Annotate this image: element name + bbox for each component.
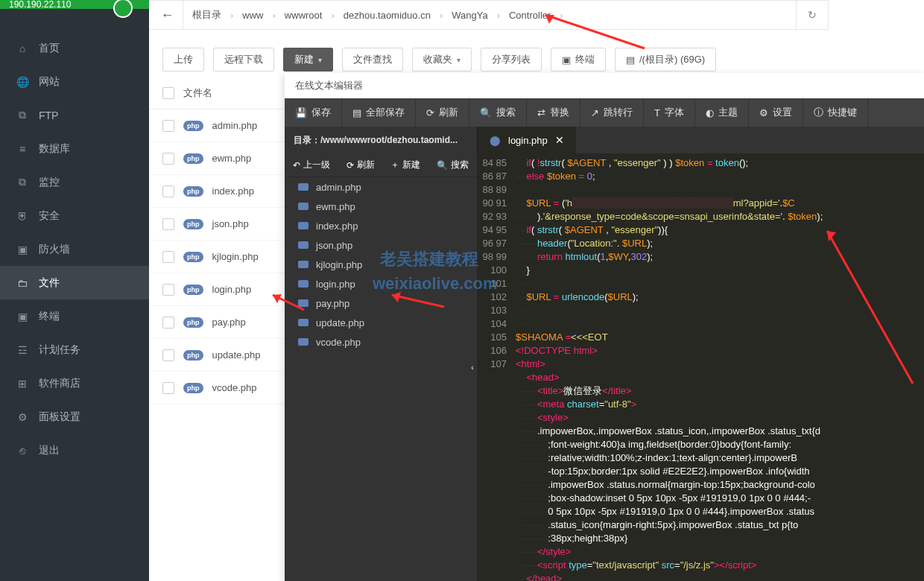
php-icon (298, 183, 308, 191)
shortcut-button[interactable]: ⓘ快捷键 (803, 98, 868, 127)
file-list: 文件名 phpadmin.phpphpewm.phpphpindex.phpph… (149, 77, 285, 581)
sidebar-item-database[interactable]: ≡数据库 (0, 132, 149, 165)
editor-tab-login[interactable]: ⬤ login.php ✕ (477, 127, 576, 153)
file-name: json.php (212, 218, 249, 229)
code-area[interactable]: ‹ 84 85 86 87 88 89 90 91 92 93 94 95 96… (477, 153, 924, 581)
sidebar-item-globe[interactable]: 🌐网站 (0, 65, 149, 98)
gear-icon: ⚙ (759, 107, 768, 118)
sidebar-item-terminal[interactable]: ▣终端 (0, 299, 149, 333)
sidebar-item-label: 数据库 (39, 142, 70, 156)
tree-item[interactable]: index.php (285, 216, 477, 235)
row-checkbox[interactable] (162, 349, 174, 361)
refresh-button[interactable]: ↻ (796, 0, 829, 30)
font-icon: T (654, 107, 660, 118)
tree-search-button[interactable]: 🔍 搜索 (437, 159, 469, 171)
row-checkbox[interactable] (162, 120, 174, 132)
breadcrumb-segment[interactable]: wwwroot (276, 10, 332, 21)
php-icon (298, 222, 308, 229)
search-icon: 🔍 (480, 107, 492, 118)
find-file-button[interactable]: 文件查找 (342, 48, 403, 72)
row-checkbox[interactable] (162, 153, 174, 165)
tree-item[interactable]: vcode.php (285, 332, 477, 352)
php-icon: php (183, 219, 203, 229)
breadcrumb-segment[interactable]: WangYa (443, 10, 496, 21)
save-button[interactable]: 💾保存 (285, 98, 342, 127)
php-icon: php (183, 383, 203, 393)
tree-item[interactable]: update.php (285, 313, 477, 332)
editor-title: 在线文本编辑器 (285, 73, 924, 98)
breadcrumb-segment[interactable]: dezhou.taomiduo.cn (335, 10, 440, 21)
font-button[interactable]: T字体 (644, 98, 695, 127)
select-all-checkbox[interactable] (162, 87, 174, 99)
theme-button[interactable]: ◐主题 (695, 98, 749, 127)
file-row[interactable]: phpewm.php (149, 142, 285, 175)
database-icon: ≡ (16, 143, 28, 155)
tree-item[interactable]: pay.php (285, 293, 477, 313)
sidebar-item-folder[interactable]: 🗀文件 (0, 266, 149, 299)
terminal-icon: ▣ (562, 54, 571, 66)
row-checkbox[interactable] (162, 185, 174, 197)
sidebar-item-home[interactable]: ⌂首页 (0, 31, 149, 65)
file-row[interactable]: phpupdate.php (149, 339, 285, 372)
upload-button[interactable]: 上传 (162, 48, 204, 72)
row-checkbox[interactable] (162, 284, 174, 296)
file-row[interactable]: phpvcode.php (149, 372, 285, 404)
back-button[interactable]: ← (152, 1, 183, 29)
tree-item[interactable]: login.php (285, 274, 477, 293)
sidebar-item-apps[interactable]: ⊞软件商店 (0, 366, 149, 400)
terminal-button[interactable]: ▣终端 (551, 48, 606, 72)
refresh-button[interactable]: ⟳刷新 (416, 98, 469, 127)
sidebar-item-settings[interactable]: ⚙面板设置 (0, 400, 149, 434)
php-icon: php (183, 252, 203, 262)
goto-button[interactable]: ↗跳转行 (580, 98, 644, 127)
file-row[interactable]: phplogin.php (149, 273, 285, 306)
breadcrumb-segment[interactable]: 根目录 (183, 8, 230, 22)
new-button[interactable]: 新建▾ (283, 48, 333, 72)
row-checkbox[interactable] (162, 218, 174, 230)
share-list-button[interactable]: 分享列表 (481, 48, 542, 72)
sidebar-item-shield[interactable]: ⛨安全 (0, 199, 149, 232)
line-gutter: 84 85 86 87 88 89 90 91 92 93 94 95 96 9… (477, 153, 516, 581)
disk-button[interactable]: ▤/(根目录) (69G) (615, 48, 716, 72)
file-row[interactable]: phpkjlogin.php (149, 241, 285, 273)
terminal-icon: ▣ (16, 311, 28, 323)
remote-download-button[interactable]: 远程下载 (213, 48, 274, 72)
tree-up-button[interactable]: ↶ 上一级 (293, 159, 330, 171)
tree-item[interactable]: admin.php (285, 177, 477, 197)
sidebar-item-logout[interactable]: ⎋退出 (0, 434, 149, 467)
file-row[interactable]: phppay.php (149, 306, 285, 339)
row-checkbox[interactable] (162, 317, 174, 328)
row-checkbox[interactable] (162, 382, 174, 394)
search-button[interactable]: 🔍搜索 (469, 98, 527, 127)
tree-item-label: update.php (316, 317, 364, 328)
sidebar-item-firewall[interactable]: ▣防火墙 (0, 232, 149, 266)
tree-refresh-button[interactable]: ⟳ 刷新 (346, 159, 375, 171)
tree-item-label: kjlogin.php (316, 259, 362, 270)
saveall-button[interactable]: ▤全部保存 (342, 98, 416, 127)
replace-button[interactable]: ⇄替换 (527, 98, 580, 127)
collapse-handle[interactable]: ‹ (468, 354, 477, 381)
file-row[interactable]: phpadmin.php (149, 109, 285, 142)
sidebar-item-label: 监控 (39, 176, 60, 189)
settings-button[interactable]: ⚙设置 (749, 98, 803, 127)
tree-item[interactable]: kjlogin.php (285, 255, 477, 274)
file-row[interactable]: phpjson.php (149, 208, 285, 241)
code-body[interactable]: ····if( !strstr( $AGENT , "essenger" ) )… (516, 153, 924, 581)
sidebar-item-ftp[interactable]: ⧉FTP (0, 98, 149, 132)
favorites-button[interactable]: 收藏夹▾ (412, 48, 472, 72)
toolbar: 上传 远程下载 新建▾ 文件查找 收藏夹▾ 分享列表 ▣终端 ▤/(根目录) (… (149, 42, 924, 77)
file-row[interactable]: phpindex.php (149, 175, 285, 208)
editor-tabbar: 目录：/www/wwwroot/dezhou.taomid... ⬤ login… (285, 127, 924, 153)
tree-item[interactable]: json.php (285, 235, 477, 255)
tab-label: login.php (508, 135, 548, 146)
breadcrumb-segment[interactable]: www (233, 10, 272, 21)
sidebar-item-schedule[interactable]: ☲计划任务 (0, 333, 149, 366)
close-icon[interactable]: ✕ (555, 134, 564, 146)
breadcrumb-segment[interactable]: Controller (500, 10, 560, 21)
sidebar-item-monitor[interactable]: ⧉监控 (0, 165, 149, 199)
row-checkbox[interactable] (162, 251, 174, 263)
php-icon (298, 319, 308, 326)
tree-item[interactable]: ewm.php (285, 197, 477, 216)
sidebar-item-label: 安全 (39, 209, 60, 223)
tree-new-button[interactable]: ＋ 新建 (390, 159, 420, 171)
